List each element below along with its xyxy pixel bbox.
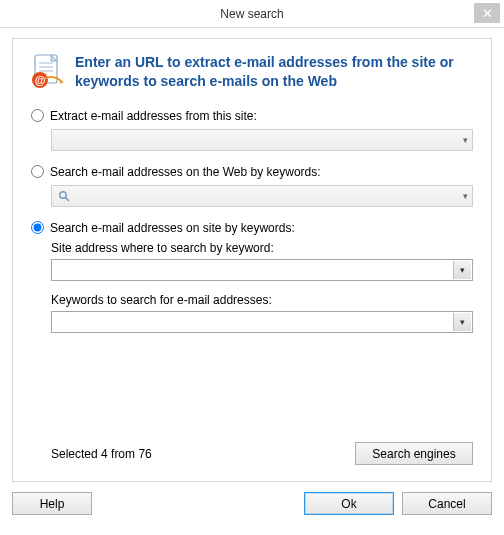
selection-status: Selected 4 from 76 xyxy=(51,447,152,461)
dropdown-button[interactable]: ▾ xyxy=(453,261,471,279)
radio-site-keywords[interactable] xyxy=(31,221,44,234)
site-keywords-select[interactable]: ▾ xyxy=(51,311,473,333)
site-keywords-label: Keywords to search for e-mail addresses: xyxy=(51,293,473,307)
cancel-button[interactable]: Cancel xyxy=(402,492,492,515)
panel-footer: Selected 4 from 76 Search engines xyxy=(31,442,473,465)
ok-button[interactable]: Ok xyxy=(304,492,394,515)
svg-line-9 xyxy=(66,197,69,200)
main-panel: @ Enter an URL to extract e-mail address… xyxy=(12,38,492,482)
search-engines-button[interactable]: Search engines xyxy=(355,442,473,465)
web-keywords-combo[interactable]: ▾ xyxy=(51,185,473,207)
chevron-down-icon: ▾ xyxy=(463,135,468,145)
document-mail-icon: @ xyxy=(31,53,65,89)
radio-extract-label[interactable]: Extract e-mail addresses from this site: xyxy=(50,109,257,123)
radio-web-label[interactable]: Search e-mail addresses on the Web by ke… xyxy=(50,165,321,179)
radio-site-label[interactable]: Search e-mail addresses on site by keywo… xyxy=(50,221,295,235)
option-extract-row: Extract e-mail addresses from this site: xyxy=(31,109,473,123)
dialog-button-bar: Help Ok Cancel xyxy=(0,492,504,527)
extract-site-combo[interactable]: ▾ xyxy=(51,129,473,151)
help-button[interactable]: Help xyxy=(12,492,92,515)
close-button[interactable]: ✕ xyxy=(474,3,500,23)
chevron-down-icon: ▾ xyxy=(460,265,465,275)
site-address-select[interactable]: ▾ xyxy=(51,259,473,281)
site-address-label: Site address where to search by keyword: xyxy=(51,241,473,255)
window-title: New search xyxy=(0,7,504,21)
header: @ Enter an URL to extract e-mail address… xyxy=(31,53,473,91)
radio-web-keywords[interactable] xyxy=(31,165,44,178)
titlebar: New search ✕ xyxy=(0,0,504,28)
option-site-row: Search e-mail addresses on site by keywo… xyxy=(31,221,473,235)
radio-extract-site[interactable] xyxy=(31,109,44,122)
chevron-down-icon: ▾ xyxy=(463,191,468,201)
close-icon: ✕ xyxy=(482,7,493,20)
svg-text:@: @ xyxy=(35,74,46,86)
dropdown-button[interactable]: ▾ xyxy=(453,313,471,331)
option-web-row: Search e-mail addresses on the Web by ke… xyxy=(31,165,473,179)
search-icon xyxy=(58,190,70,202)
chevron-down-icon: ▾ xyxy=(460,317,465,327)
dialog-heading: Enter an URL to extract e-mail addresses… xyxy=(75,53,473,91)
